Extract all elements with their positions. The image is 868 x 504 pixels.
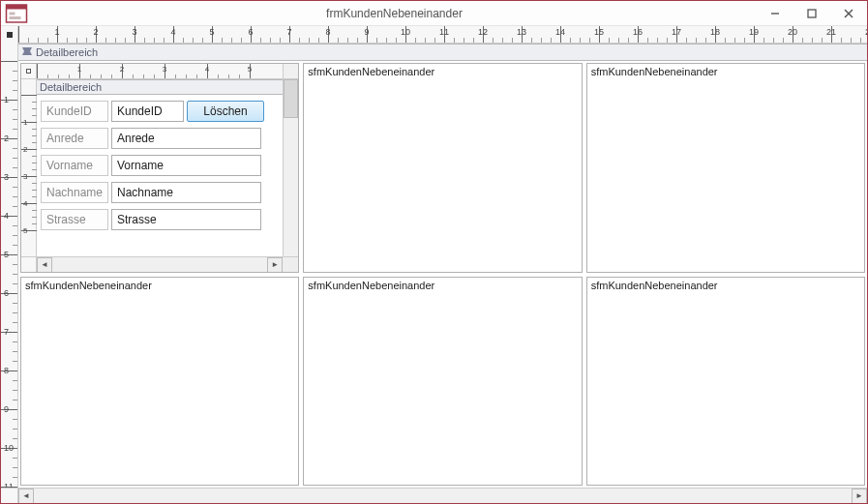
svg-rect-2 bbox=[10, 12, 15, 15]
design-surface[interactable]: Detailbereich 12345 12345 bbox=[18, 44, 867, 488]
minimize-button[interactable] bbox=[757, 2, 793, 25]
section-label: Detailbereich bbox=[36, 46, 98, 58]
subform-vscroll[interactable] bbox=[283, 79, 298, 256]
label-kundeid[interactable]: KundeID bbox=[41, 101, 108, 122]
field-kundeid[interactable]: KundeID bbox=[111, 101, 184, 122]
titlebar: frmKundenNebeneinander bbox=[1, 1, 867, 26]
form-selector[interactable] bbox=[1, 26, 18, 44]
window-title: frmKundenNebeneinander bbox=[32, 7, 757, 20]
field-anrede[interactable]: Anrede bbox=[111, 128, 261, 149]
svg-rect-3 bbox=[10, 16, 21, 19]
label-strasse[interactable]: Strasse bbox=[41, 209, 108, 230]
form-icon bbox=[5, 4, 28, 23]
subform-section-label: Detailbereich bbox=[40, 81, 102, 93]
subform-label: sfmKundenNebeneinander bbox=[308, 280, 434, 291]
scrollbar-thumb[interactable] bbox=[284, 79, 298, 118]
subform-control-5[interactable]: sfmKundenNebeneinander bbox=[303, 277, 582, 487]
scroll-left-button[interactable] bbox=[37, 257, 52, 273]
label-anrede[interactable]: Anrede bbox=[41, 128, 108, 149]
subform-label: sfmKundenNebeneinander bbox=[308, 66, 434, 77]
scroll-right-button[interactable] bbox=[852, 489, 867, 504]
label-vorname[interactable]: Vorname bbox=[41, 155, 108, 176]
window-buttons bbox=[757, 2, 867, 25]
subform-hscroll[interactable] bbox=[21, 256, 298, 272]
subform-detail-header[interactable]: Detailbereich bbox=[37, 79, 283, 95]
svg-marker-8 bbox=[22, 47, 32, 55]
field-nachname[interactable]: Nachname bbox=[111, 182, 261, 203]
subform-control-3[interactable]: sfmKundenNebeneinander bbox=[586, 63, 865, 273]
subform-label: sfmKundenNebeneinander bbox=[25, 280, 152, 291]
subform-selector[interactable] bbox=[21, 64, 37, 78]
subform-control-4[interactable]: sfmKundenNebeneinander bbox=[20, 277, 299, 487]
subform-ruler-h[interactable]: 12345 bbox=[21, 64, 298, 79]
form-designer-window: frmKundenNebeneinander 12345678910111213… bbox=[0, 0, 868, 504]
subform-ruler-v[interactable]: 12345 bbox=[21, 79, 37, 256]
subform-label: sfmKundenNebeneinander bbox=[591, 280, 718, 291]
subform-label: sfmKundenNebeneinander bbox=[591, 66, 718, 77]
subform-control-1[interactable]: 12345 12345 Detailbereich bbox=[20, 63, 299, 273]
label-nachname[interactable]: Nachname bbox=[41, 182, 108, 203]
maximize-button[interactable] bbox=[793, 2, 830, 25]
form-hscroll[interactable] bbox=[1, 488, 867, 503]
delete-button[interactable]: Löschen bbox=[187, 101, 264, 122]
field-strasse[interactable]: Strasse bbox=[111, 209, 261, 230]
close-button[interactable] bbox=[830, 2, 867, 25]
detail-section-header[interactable]: Detailbereich bbox=[18, 44, 867, 61]
section-icon bbox=[22, 47, 32, 57]
scroll-left-button[interactable] bbox=[18, 489, 34, 504]
svg-rect-5 bbox=[808, 10, 816, 17]
field-vorname[interactable]: Vorname bbox=[111, 155, 261, 176]
ruler-vertical[interactable]: 1234567891011 bbox=[1, 44, 18, 488]
subform-control-2[interactable]: sfmKundenNebeneinander bbox=[303, 63, 582, 273]
subform-control-6[interactable]: sfmKundenNebeneinander bbox=[586, 277, 865, 487]
ruler-horizontal[interactable]: 12345678910111213141516171819202122 bbox=[1, 26, 867, 44]
scroll-right-button[interactable] bbox=[267, 257, 283, 273]
svg-rect-1 bbox=[7, 5, 27, 10]
